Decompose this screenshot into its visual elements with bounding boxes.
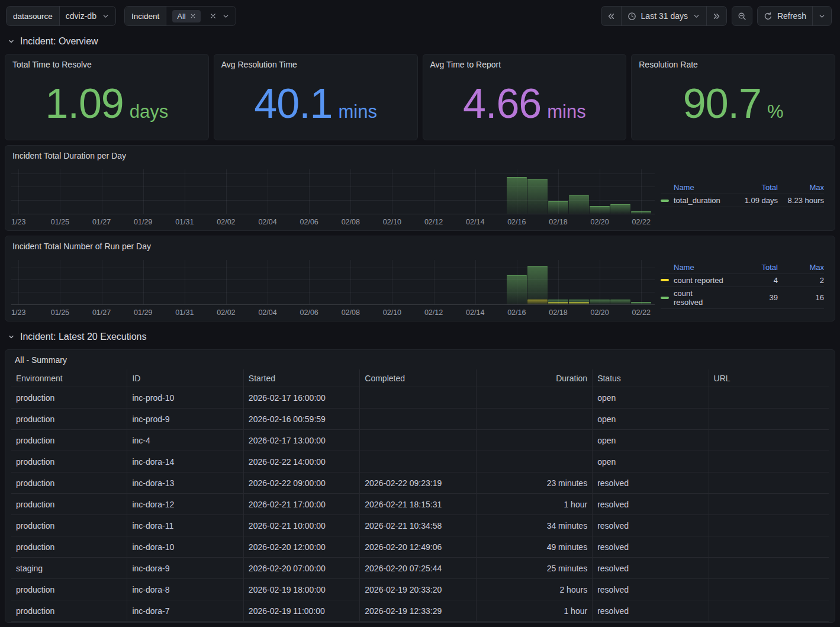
stat-value-group: 4.66mins [463, 80, 586, 127]
table-cell [477, 387, 593, 408]
table-cell: staging [11, 558, 127, 578]
chart-bar[interactable] [569, 300, 589, 304]
table-cell: inc-dora-11 [127, 515, 243, 536]
table-row[interactable]: productioninc-dora-72026-02-19 11:00:002… [11, 600, 829, 622]
time-zoom-out-button[interactable] [732, 7, 752, 25]
stat-value-group: 1.09days [46, 80, 169, 127]
table-row[interactable]: productioninc-42026-02-17 13:00:00open [11, 430, 829, 451]
legend-series-name[interactable]: count reported [661, 276, 723, 285]
clear-all-icon[interactable] [210, 12, 217, 20]
chart-plot[interactable] [11, 260, 655, 305]
table-cell: 2026-02-22 09:23:19 [360, 472, 476, 493]
refresh-interval-dropdown[interactable] [812, 7, 831, 25]
table-cell: 2026-02-20 12:49:06 [360, 536, 476, 557]
stat-panel: Avg Resolution Time40.1mins [214, 54, 418, 140]
legend-header-max[interactable]: Max [778, 183, 824, 192]
chevron-down-icon [8, 333, 15, 340]
table-cell: 2026-02-20 12:00:00 [244, 536, 360, 557]
table-row[interactable]: productioninc-dora-122026-02-21 17:00:00… [11, 494, 829, 515]
x-tick-label: 1/23 [11, 218, 25, 226]
chart-bar[interactable] [631, 211, 651, 214]
close-icon[interactable] [190, 13, 196, 19]
legend-series-total: 1.09 days [723, 196, 778, 205]
incident-filter-select[interactable]: All [166, 7, 235, 25]
table-header-cell[interactable]: Started [244, 369, 360, 387]
chart-bar[interactable] [590, 300, 610, 304]
table-row[interactable]: productioninc-dora-132026-02-22 09:00:00… [11, 472, 829, 494]
vertical-gridline [18, 260, 19, 304]
chart-bar[interactable] [569, 195, 589, 214]
legend-header-name[interactable]: Name [661, 183, 723, 192]
table-cell: resolved [593, 472, 709, 493]
chart-bar[interactable] [527, 179, 548, 214]
chevron-down-icon [102, 12, 110, 20]
table-cell: 2026-02-21 10:00:00 [244, 515, 360, 536]
table-cell: inc-prod-9 [127, 409, 243, 429]
chevron-down-icon[interactable] [222, 12, 230, 20]
stat-unit: days [130, 101, 168, 123]
table-row[interactable]: productioninc-prod-92026-02-16 00:59:59o… [11, 409, 829, 430]
legend-header-total[interactable]: Total [723, 183, 778, 192]
chart-bar[interactable] [590, 206, 610, 214]
table-cell [709, 515, 829, 536]
table-header-cell[interactable]: Completed [360, 369, 476, 387]
time-shift-forward-button[interactable] [706, 7, 726, 25]
chart-bar[interactable] [527, 266, 548, 304]
table-cell [360, 451, 476, 472]
chart-bar[interactable] [507, 275, 527, 304]
table-row[interactable]: productioninc-dora-112026-02-21 10:00:00… [11, 515, 829, 536]
chart-bar[interactable] [548, 300, 568, 304]
table-row[interactable]: staginginc-dora-92026-02-20 07:00:002026… [11, 558, 829, 579]
incident-filter-chip[interactable]: All [172, 10, 200, 22]
table-cell [477, 409, 593, 429]
table-cell: inc-dora-10 [127, 536, 243, 557]
stat-title: Resolution Rate [632, 54, 835, 69]
refresh-button[interactable]: Refresh [758, 7, 812, 25]
chart-bar[interactable] [610, 300, 630, 304]
chart-plot[interactable] [11, 169, 655, 214]
table-header-cell[interactable]: ID [127, 369, 243, 387]
legend-row: total_duration1.09 days8.23 hours [661, 194, 824, 207]
plot-column: 1/2301/2501/2701/2901/3102/0202/0402/060… [11, 160, 655, 228]
legend-header-total[interactable]: Total [723, 263, 778, 272]
section-overview[interactable]: Incident: Overview [8, 36, 840, 47]
datasource-select[interactable]: cdviz-db [60, 7, 115, 25]
vertical-gridline [268, 260, 268, 304]
table-row[interactable]: productioninc-dora-82026-02-19 18:00:002… [11, 579, 829, 600]
table-header-cell[interactable]: Duration [477, 369, 593, 387]
chart-bar[interactable] [631, 302, 651, 304]
section-executions[interactable]: Incident: Latest 20 Executions [8, 332, 840, 342]
table-row[interactable]: productioninc-dora-102026-02-20 12:00:00… [11, 536, 829, 558]
time-controls: Last 31 days R [601, 6, 832, 26]
stat-value: 90.7 [683, 80, 761, 127]
stat-body: 4.66mins [423, 69, 626, 140]
chart-bar[interactable] [548, 201, 568, 214]
chart-bar[interactable] [610, 204, 630, 214]
table-header-cell[interactable]: URL [709, 369, 829, 387]
legend-series-name[interactable]: count resolved [661, 289, 723, 307]
x-tick-label: 02/02 [217, 308, 235, 317]
legend-series-name[interactable]: total_duration [661, 196, 723, 205]
table-cell: inc-prod-10 [127, 387, 243, 408]
legend-header-max[interactable]: Max [778, 263, 824, 272]
x-tick-label: 02/06 [300, 308, 318, 317]
time-range-picker[interactable]: Last 31 days [621, 7, 706, 25]
table-cell: 2026-02-16 00:59:59 [244, 409, 360, 429]
clock-icon [627, 12, 636, 21]
x-tick-label: 02/20 [590, 218, 609, 226]
legend-header-name[interactable]: Name [661, 263, 723, 272]
time-shift-back-button[interactable] [601, 7, 621, 25]
stat-body: 1.09days [5, 69, 208, 140]
chart-bar[interactable] [507, 177, 527, 214]
table-row[interactable]: productioninc-prod-102026-02-17 16:00:00… [11, 387, 829, 409]
table-cell: inc-dora-9 [127, 558, 243, 578]
table-cell: production [11, 387, 127, 408]
table-cell [477, 451, 593, 472]
table-header-cell[interactable]: Environment [11, 369, 127, 387]
executions-table: EnvironmentIDStartedCompletedDurationSta… [11, 369, 829, 622]
chip-label: All [177, 12, 185, 21]
table-row[interactable]: productioninc-dora-142026-02-22 14:00:00… [11, 451, 829, 472]
table-header-cell[interactable]: Status [593, 369, 709, 387]
section-overview-title: Incident: Overview [20, 36, 98, 47]
vertical-gridline [143, 169, 144, 214]
